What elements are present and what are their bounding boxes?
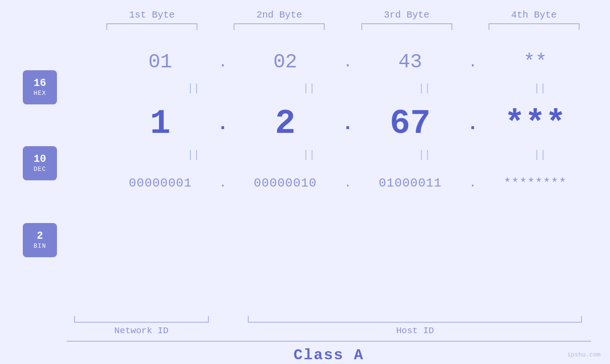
hex-dot1: . (216, 54, 229, 71)
equals-row-2: || || || || (66, 148, 591, 162)
hex-value-row: 01 . 02 . 43 . ** (66, 43, 591, 81)
byte4-top-bracket (488, 23, 580, 30)
hex-byte1-cell: 01 (104, 51, 216, 74)
bin-badge: 2 BIN (23, 223, 57, 257)
bin-value-row: 00000001 . 00000010 . 01000011 . *******… (66, 167, 591, 200)
dec-byte4-cell: *** (479, 104, 591, 143)
network-id-label: Network ID (114, 326, 169, 336)
hex-badge-label: HEX (34, 90, 46, 97)
eq2-b3: || (374, 148, 476, 162)
eq2-b1: || (142, 148, 244, 162)
byte2-label: 2nd Byte (256, 9, 302, 20)
bottom-brackets-row: Network ID Host ID (66, 316, 591, 336)
hex-byte3: 43 (398, 51, 422, 74)
hex-byte3-cell: 43 (355, 51, 466, 74)
dec-byte2: 2 (275, 104, 295, 143)
class-bracket-line (66, 341, 591, 342)
byte3-top-bracket (361, 23, 452, 30)
dec-value-row: 1 . 2 . 67 . *** (66, 100, 591, 148)
hex-dot2: . (341, 54, 355, 71)
bin-byte4: ******** (504, 176, 567, 190)
hex-badge-num: 16 (34, 78, 46, 89)
byte1-top-bracket (106, 23, 197, 30)
dec-dot3: . (466, 113, 479, 135)
byte4-label: 4th Byte (511, 9, 557, 20)
bin-dot1: . (216, 176, 229, 190)
hex-byte2: 02 (273, 51, 297, 74)
eq1-b1: || (142, 81, 244, 95)
content-area: 01 . 02 . 43 . ** || (0, 34, 610, 314)
dec-byte1-cell: 1 (104, 104, 216, 143)
hex-byte1: 01 (148, 51, 172, 74)
bin-byte1-cell: 00000001 (104, 176, 216, 190)
eq2-b4: || (489, 148, 591, 162)
hex-byte4: ** (523, 51, 547, 74)
dec-byte4: *** (505, 104, 566, 143)
hex-badge: 16 HEX (23, 70, 57, 104)
eq1-b3: || (374, 81, 476, 95)
class-label: Class A (293, 346, 364, 364)
byte1-col-header: 1st Byte (95, 9, 209, 30)
bin-byte3-cell: 01000011 (355, 176, 466, 190)
bin-byte4-cell: ******** (479, 176, 591, 190)
byte3-col-header: 3rd Byte (350, 9, 464, 30)
dec-badge: 10 DEC (23, 146, 57, 180)
host-id-label: Host ID (396, 326, 434, 336)
dec-byte2-cell: 2 (229, 104, 341, 143)
byte2-col-header: 2nd Byte (222, 9, 336, 30)
bin-dot2: . (341, 176, 355, 190)
eq1-b2: || (258, 81, 360, 95)
byte2-top-bracket (234, 23, 325, 30)
eq1-b4: || (489, 81, 591, 95)
dec-byte1: 1 (150, 104, 170, 143)
dec-dot1: . (216, 113, 229, 135)
bin-byte2-cell: 00000010 (229, 176, 341, 190)
host-id-bracket (248, 316, 582, 323)
dec-byte3-cell: 67 (355, 104, 466, 143)
watermark: ipshu.com (567, 351, 601, 358)
byte1-label: 1st Byte (129, 9, 175, 20)
network-id-bracket (74, 316, 209, 323)
host-id-bracket-wrapper: Host ID (239, 316, 591, 336)
bottom-area: Network ID Host ID (0, 316, 610, 336)
hex-byte4-cell: ** (479, 51, 591, 74)
dec-dot2: . (341, 113, 355, 135)
equals-row-1: || || || || (66, 81, 591, 95)
bin-badge-num: 2 (37, 231, 43, 242)
header-row: 1st Byte 2nd Byte 3rd Byte 4th Byte (0, 9, 610, 30)
byte4-col-header: 4th Byte (477, 9, 591, 30)
dec-badge-label: DEC (34, 166, 46, 173)
bin-byte1: 00000001 (129, 176, 192, 190)
dec-byte3: 67 (390, 104, 431, 143)
class-row: Class A (0, 336, 610, 364)
bin-dot3: . (466, 176, 479, 190)
dec-badge-num: 10 (34, 154, 46, 165)
bin-byte3: 01000011 (379, 176, 442, 190)
bin-badge-label: BIN (34, 243, 46, 250)
page: 16 HEX 10 DEC 2 BIN 1st Byte 2nd Byte 3r… (0, 0, 610, 364)
hex-dot3: . (466, 54, 479, 71)
byte3-label: 3rd Byte (384, 9, 430, 20)
bin-byte2: 00000010 (253, 176, 317, 190)
hex-byte2-cell: 02 (229, 51, 341, 74)
eq2-b2: || (258, 148, 360, 162)
network-id-bracket-wrapper: Network ID (66, 316, 216, 336)
